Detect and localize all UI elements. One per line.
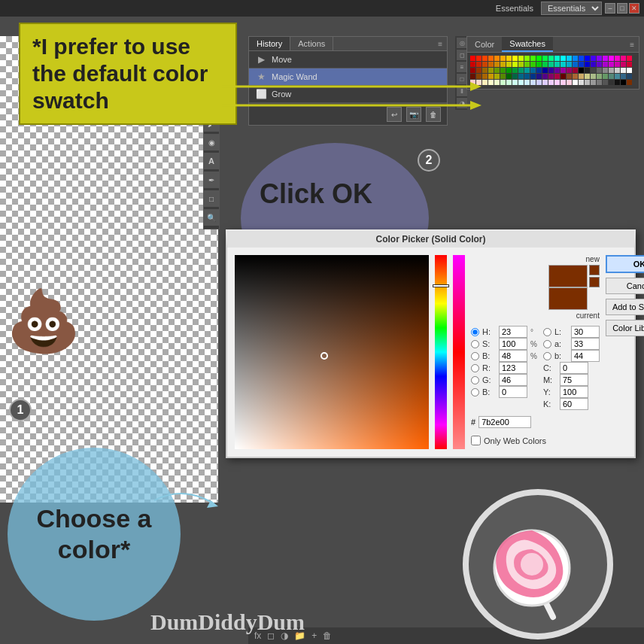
swatch-cell[interactable] — [573, 62, 578, 67]
swatch-cell[interactable] — [488, 68, 494, 73]
swatch-cell[interactable] — [536, 80, 542, 85]
swatch-cell[interactable] — [500, 74, 506, 79]
swatch-cell[interactable] — [609, 56, 614, 61]
swatch-cell[interactable] — [567, 62, 572, 67]
swatch-cell[interactable] — [591, 80, 596, 85]
swatch-cell[interactable] — [554, 62, 560, 67]
swatch-cell[interactable] — [548, 68, 554, 73]
swatch-cell[interactable] — [530, 56, 536, 61]
swatch-cell[interactable] — [615, 62, 620, 67]
swatch-cell[interactable] — [573, 56, 578, 61]
swatch-cell[interactable] — [609, 62, 614, 67]
swatch-cell[interactable] — [548, 80, 554, 85]
swatch-cell[interactable] — [609, 68, 614, 73]
swatch-cell[interactable] — [494, 68, 500, 73]
swatch-cell[interactable] — [603, 80, 608, 85]
swatch-cell[interactable] — [567, 56, 572, 61]
swatch-cell[interactable] — [573, 80, 578, 85]
web-colors-checkbox[interactable] — [471, 436, 481, 445]
workspace-dropdown[interactable]: Essentials — [541, 2, 602, 15]
swatch-cell[interactable] — [591, 56, 596, 61]
swatch-cell[interactable] — [482, 62, 488, 67]
swatch-cell[interactable] — [470, 68, 475, 73]
swatch-cell[interactable] — [470, 62, 475, 67]
swatch-cell[interactable] — [530, 68, 536, 73]
swatch-cell[interactable] — [548, 74, 554, 79]
swatch-cell[interactable] — [597, 80, 602, 85]
swatch-cell[interactable] — [603, 74, 608, 79]
list-item[interactable]: ⬜ Grow — [249, 86, 447, 103]
clone-tool[interactable]: ◉ — [203, 134, 220, 150]
swatch-cell[interactable] — [591, 62, 596, 67]
swatch-cell[interactable] — [560, 80, 566, 85]
layer-icon[interactable]: □ — [457, 74, 467, 84]
tab-swatches[interactable]: Swatches — [502, 37, 553, 52]
swatch-cell[interactable] — [579, 56, 584, 61]
swatch-cell[interactable] — [603, 62, 608, 67]
swatch-cell[interactable] — [506, 80, 512, 85]
close-button[interactable]: ✕ — [629, 3, 639, 14]
l-radio[interactable] — [543, 328, 551, 336]
swatch-cell[interactable] — [621, 68, 626, 73]
swatch-cell[interactable] — [603, 56, 608, 61]
swatch-cell[interactable] — [560, 74, 566, 79]
g-input[interactable] — [499, 374, 527, 386]
swatch-cell[interactable] — [585, 68, 590, 73]
swatch-cell[interactable] — [530, 62, 536, 67]
b-lab-input[interactable] — [571, 350, 600, 362]
swatch-cell[interactable] — [542, 74, 548, 79]
swatch-cell[interactable] — [476, 74, 481, 79]
swatch-cell[interactable] — [476, 56, 481, 61]
swatches-menu-button[interactable]: ≡ — [625, 39, 639, 50]
c-input[interactable] — [560, 362, 588, 374]
hue-slider[interactable] — [435, 255, 447, 449]
brush-options-icon[interactable]: ≡ — [457, 62, 467, 72]
swatch-cell[interactable] — [476, 68, 481, 73]
swatch-cell[interactable] — [609, 74, 614, 79]
swatch-cell[interactable] — [627, 62, 632, 67]
swatch-cell[interactable] — [482, 80, 488, 85]
swatch-cell[interactable] — [615, 68, 620, 73]
channels-icon[interactable]: ◑ — [457, 98, 467, 108]
swatch-cell[interactable] — [470, 56, 475, 61]
swatch-cell[interactable] — [597, 68, 602, 73]
swatch-cell[interactable] — [518, 80, 524, 85]
swatch-cell[interactable] — [542, 56, 548, 61]
swatch-cell[interactable] — [524, 62, 530, 67]
b-input[interactable] — [499, 350, 527, 362]
pen-tool[interactable]: ✒ — [203, 172, 220, 188]
swatch-cell[interactable] — [536, 56, 542, 61]
swatch-cell[interactable] — [518, 62, 524, 67]
tab-actions[interactable]: Actions — [290, 37, 333, 50]
swatch-cell[interactable] — [536, 68, 542, 73]
tab-color[interactable]: Color — [467, 38, 502, 51]
swatch-cell[interactable] — [476, 80, 481, 85]
cancel-button[interactable]: Cancel — [606, 278, 644, 294]
swatch-cell[interactable] — [530, 74, 536, 79]
swatch-cell[interactable] — [506, 68, 512, 73]
swatch-cell[interactable] — [482, 68, 488, 73]
swatch-cell[interactable] — [591, 68, 596, 73]
swatch-cell[interactable] — [615, 80, 620, 85]
tab-history[interactable]: History — [249, 37, 290, 50]
r-input[interactable] — [499, 362, 527, 374]
swatch-cell[interactable] — [573, 68, 578, 73]
swatch-cell[interactable] — [560, 56, 566, 61]
new-color-mini[interactable] — [589, 265, 600, 275]
swatch-cell[interactable] — [567, 80, 572, 85]
swatch-cell[interactable] — [512, 56, 518, 61]
zoom-tool[interactable]: 🔍 — [203, 209, 220, 226]
swatch-cell[interactable] — [579, 68, 584, 73]
swatch-cell[interactable] — [518, 68, 524, 73]
swatch-cell[interactable] — [476, 62, 481, 67]
swatch-cell[interactable] — [500, 56, 506, 61]
swatch-cell[interactable] — [548, 62, 554, 67]
swatch-cell[interactable] — [518, 56, 524, 61]
swatch-cell[interactable] — [500, 68, 506, 73]
swatch-cell[interactable] — [554, 74, 560, 79]
maximize-button[interactable]: □ — [617, 3, 627, 14]
swatch-cell[interactable] — [512, 68, 518, 73]
color-libraries-button[interactable]: Color Libraries — [606, 320, 644, 336]
swatch-cell[interactable] — [579, 80, 584, 85]
swatch-cell[interactable] — [621, 56, 626, 61]
